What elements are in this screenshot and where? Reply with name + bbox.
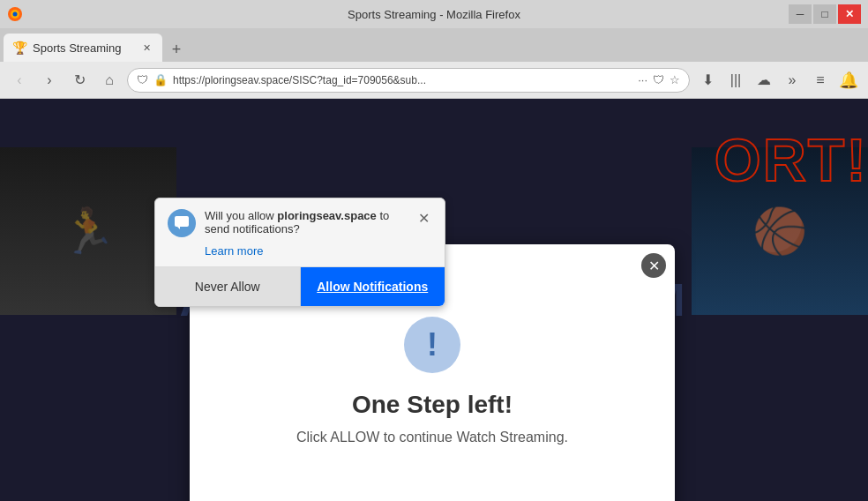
popup-subtext: Click ALLOW to continue Watch Streaming. — [296, 430, 568, 445]
tab-favicon: 🏆 — [12, 41, 27, 55]
chat-icon — [168, 209, 196, 237]
svg-point-2 — [13, 12, 18, 17]
minimize-button[interactable]: ─ — [789, 4, 812, 24]
svg-rect-3 — [175, 216, 189, 227]
popup-close-button[interactable]: ✕ — [415, 209, 432, 227]
titlebar-title: Sports Streaming - Mozilla Firefox — [348, 8, 520, 21]
navbar-right: ⬇ ||| ☁ » ≡ 🔔 — [695, 68, 861, 93]
notification-icon: 🔔 — [836, 68, 861, 93]
notification-permission-popup: Will you allow ploringseav.space to send… — [154, 198, 445, 307]
more-icon[interactable]: ··· — [638, 73, 647, 86]
extensions-button[interactable]: » — [780, 68, 804, 93]
maximize-button[interactable]: □ — [813, 4, 836, 24]
tab-label: Sports Streaming — [33, 41, 121, 55]
refresh-button[interactable]: ↻ — [67, 68, 92, 93]
tab-sports-streaming[interactable]: 🏆 Sports Streaming ✕ — [4, 34, 162, 62]
bg-basketball-image — [692, 147, 868, 315]
popup-question-text: Will you allow ploringseav.space to send… — [205, 209, 406, 236]
chat-bubble-icon — [174, 215, 190, 231]
titlebar: Sports Streaming - Mozilla Firefox ─ □ ✕ — [0, 0, 868, 28]
download-button[interactable]: ⬇ — [695, 68, 720, 93]
popup-header: Will you allow ploringseav.space to send… — [155, 198, 445, 244]
titlebar-left — [7, 6, 23, 22]
sync-button[interactable]: ☁ — [752, 68, 776, 93]
lock-icon: 🔒 — [153, 73, 168, 86]
home-button[interactable]: ⌂ — [97, 68, 122, 93]
library-button[interactable]: ||| — [723, 68, 748, 93]
titlebar-controls: ─ □ ✕ — [789, 4, 861, 24]
address-bar[interactable]: 🛡 🔒 https://ploringseav.space/SISC?tag_i… — [127, 68, 690, 93]
close-button[interactable]: ✕ — [838, 4, 861, 24]
back-button[interactable]: ‹ — [7, 68, 32, 93]
content-popup-close-button[interactable]: ✕ — [641, 253, 666, 278]
tab-close-button[interactable]: ✕ — [139, 41, 153, 55]
menu-button[interactable]: ≡ — [808, 68, 833, 93]
forward-button[interactable]: › — [37, 68, 62, 93]
url-text: https://ploringseav.space/SISC?tag_id=70… — [173, 74, 632, 86]
popup-domain: ploringseav.space — [277, 209, 376, 222]
popup-heading: One Step left! — [352, 391, 513, 419]
webpage: ANTISPYWARE.COM ORT! Will you allow plor… — [0, 99, 868, 501]
bg-runners-image — [0, 147, 176, 315]
svg-marker-4 — [177, 227, 180, 229]
allow-button-label: Allow Notifications — [317, 280, 428, 294]
new-tab-button[interactable]: + — [164, 37, 189, 62]
shield-verify-icon[interactable]: 🛡 — [653, 73, 664, 86]
shield-icon: 🛡 — [137, 73, 148, 86]
popup-buttons: Never Allow Allow Notifications — [155, 266, 445, 306]
address-bar-icons: ··· 🛡 ☆ — [638, 73, 680, 86]
bookmark-icon[interactable]: ☆ — [670, 73, 680, 86]
firefox-icon — [7, 6, 23, 22]
never-allow-button[interactable]: Never Allow — [155, 267, 301, 306]
tabbar: 🏆 Sports Streaming ✕ + — [0, 28, 868, 62]
popup-question-prefix: Will you allow — [205, 209, 277, 222]
info-icon: ! — [404, 317, 460, 373]
learn-more-link[interactable]: Learn more — [155, 244, 445, 266]
allow-notifications-button[interactable]: Allow Notifications — [301, 267, 445, 306]
navbar: ‹ › ↻ ⌂ 🛡 🔒 https://ploringseav.space/SI… — [0, 62, 868, 99]
